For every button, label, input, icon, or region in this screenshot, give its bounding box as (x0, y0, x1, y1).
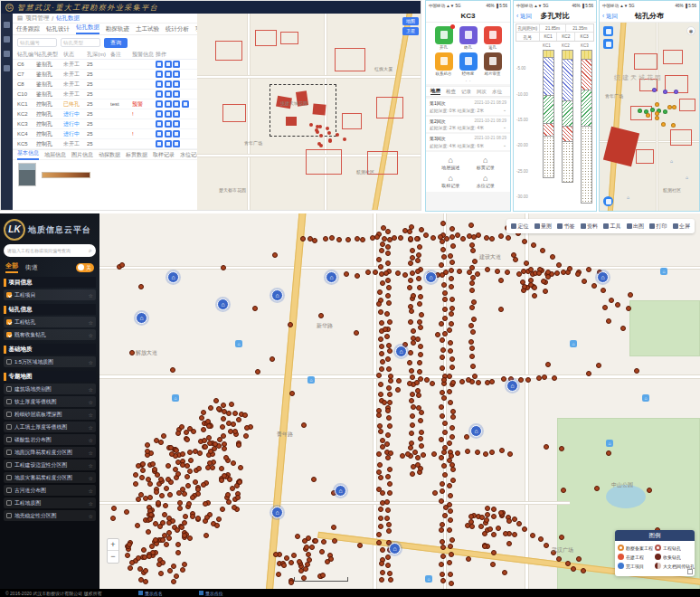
favorite-star-icon[interactable]: ☆ (89, 437, 93, 443)
borehole-dot[interactable] (440, 221, 446, 226)
favorite-star-icon[interactable]: ☆ (89, 386, 93, 393)
borehole-dot[interactable] (634, 368, 639, 374)
borehole-dot[interactable] (469, 242, 475, 248)
borehole-dot[interactable] (343, 137, 346, 141)
borehole-dot[interactable] (442, 307, 448, 312)
borehole-dot[interactable] (141, 547, 147, 553)
borehole-dot[interactable] (166, 535, 172, 541)
borehole-dot[interactable] (449, 365, 455, 370)
project-cluster-marker[interactable]: ⌂ (425, 271, 437, 283)
borehole-dot[interactable] (216, 406, 222, 412)
borehole-dot[interactable] (503, 531, 508, 536)
borehole-dot[interactable] (318, 313, 324, 318)
borehole-dot[interactable] (388, 577, 393, 583)
borehole-dot[interactable] (484, 235, 489, 241)
borehole-dot[interactable] (309, 545, 315, 550)
borehole-dot-orange[interactable] (646, 113, 650, 118)
borehole-dot[interactable] (184, 463, 190, 469)
layer-checkbox[interactable] (6, 475, 12, 480)
toolbar-定位[interactable]: 定位 (511, 223, 529, 231)
row-action-button[interactable] (165, 100, 172, 108)
borehole-dot[interactable] (628, 292, 633, 298)
borehole-dot[interactable] (626, 306, 631, 311)
borehole-dot[interactable] (412, 450, 418, 455)
row-action-button[interactable] (182, 100, 189, 108)
borehole-dot[interactable] (472, 374, 478, 379)
m1-tab[interactable]: 地层 (430, 88, 440, 95)
borehole-dot[interactable] (498, 510, 504, 516)
borehole-dot-orange[interactable] (671, 123, 676, 128)
borehole-dot[interactable] (518, 377, 524, 383)
borehole-dot[interactable] (411, 328, 416, 334)
borehole-dot[interactable] (386, 522, 392, 527)
desktop-tab[interactable]: 勘探轨迹 (106, 25, 129, 33)
desktop-tab[interactable]: 土工试验 (136, 25, 159, 33)
action-icon-开孔[interactable]: 开孔 (431, 26, 456, 50)
row-action-button[interactable] (156, 81, 163, 88)
borehole-dot[interactable] (231, 460, 236, 466)
borehole-dot[interactable] (175, 550, 181, 555)
borehole-dot[interactable] (355, 273, 360, 279)
borehole-dot[interactable] (288, 322, 293, 327)
m3-borehole-map[interactable]: 统建天城花园青年广场航测社区✱⌂⌂⌂ (600, 23, 699, 211)
borehole-dot[interactable] (187, 426, 193, 431)
borehole-dot[interactable] (431, 451, 437, 457)
borehole-dot[interactable] (385, 507, 391, 513)
borehole-dot[interactable] (439, 437, 444, 442)
borehole-dot[interactable] (407, 381, 412, 386)
borehole-dot[interactable] (216, 516, 222, 522)
table-row[interactable]: C8鉴别孔未开工25 (13, 80, 197, 90)
borehole-dot[interactable] (167, 492, 173, 498)
shortcut-水位记录[interactable]: ⌂水位记录 (468, 174, 504, 188)
borehole-dot[interactable] (442, 430, 448, 435)
layer-checkbox[interactable] (6, 450, 12, 455)
borehole-dot[interactable] (273, 552, 279, 557)
detail-tab[interactable]: 基本信息 (17, 149, 39, 160)
row-action-button[interactable] (156, 100, 163, 108)
borehole-dot[interactable] (470, 248, 476, 253)
borehole-dot[interactable] (145, 442, 150, 448)
show-name-checkbox[interactable]: 显示点名 (138, 591, 163, 596)
borehole-dot[interactable] (418, 352, 423, 357)
borehole-dot[interactable] (289, 580, 294, 585)
layer-checkbox[interactable] (6, 424, 12, 430)
layer-item[interactable]: 建筑场地类别图☆ (4, 384, 96, 394)
borehole-dot[interactable] (475, 271, 480, 277)
borehole-dot[interactable] (376, 451, 382, 457)
borehole-dot[interactable] (447, 527, 452, 533)
borehole-dot[interactable] (448, 544, 453, 549)
borehole-dot[interactable] (332, 538, 337, 544)
borehole-dot[interactable] (387, 490, 393, 496)
favorite-star-icon[interactable]: ☆ (89, 359, 93, 365)
show-position-checkbox[interactable]: 显示点位 (199, 591, 223, 596)
borehole-dot[interactable] (166, 520, 172, 526)
borehole-dot[interactable] (567, 266, 572, 271)
borehole-dot[interactable] (387, 481, 393, 487)
borehole-dot[interactable] (387, 423, 393, 429)
borehole-dot[interactable] (594, 486, 600, 491)
borehole-dot[interactable] (152, 467, 157, 472)
borehole-dot[interactable] (448, 400, 453, 405)
borehole-dot[interactable] (344, 271, 349, 277)
borehole-dot[interactable] (417, 369, 422, 374)
borehole-dot[interactable] (395, 270, 401, 276)
detail-tab[interactable]: 地层信息 (44, 151, 66, 159)
borehole-dot[interactable] (544, 543, 549, 548)
borehole-dot[interactable] (377, 462, 383, 468)
borehole-dot[interactable] (311, 477, 317, 482)
row-action-button[interactable] (173, 61, 180, 68)
row-action-button[interactable] (173, 110, 180, 118)
borehole-dot[interactable] (384, 441, 390, 447)
borehole-dot[interactable] (295, 534, 300, 539)
toolbar-出图[interactable]: 出图 (627, 223, 645, 231)
borehole-dot[interactable] (180, 462, 185, 468)
action-icon-联系机台[interactable]: 联系机台 (431, 52, 456, 76)
row-action-button[interactable] (156, 90, 163, 98)
borehole-dot[interactable] (440, 413, 445, 419)
borehole-dot[interactable] (157, 524, 163, 529)
borehole-dot[interactable] (380, 280, 385, 286)
project-cluster-marker[interactable]: ⌂ (395, 346, 407, 357)
borehole-dot[interactable] (312, 238, 317, 243)
borehole-dot[interactable] (402, 228, 408, 233)
borehole-dot[interactable] (525, 377, 531, 383)
